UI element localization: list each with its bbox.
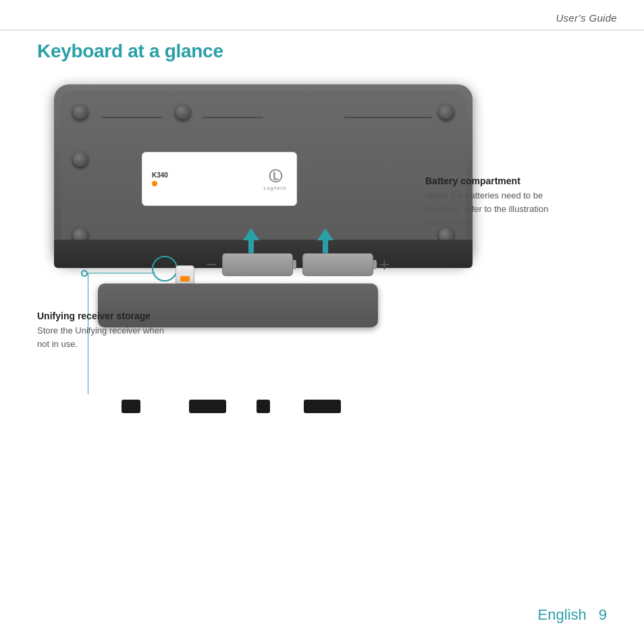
usb-stripe [180, 276, 190, 281]
page-title: Keyboard at a glance [37, 41, 223, 62]
header-divider [0, 30, 644, 30]
callout-line [88, 273, 155, 273]
rubber-foot-tr [439, 105, 454, 119]
orange-dot [152, 181, 157, 186]
battery-1 [222, 253, 293, 276]
slot-1 [122, 400, 140, 413]
rubber-foot-tl [73, 105, 88, 119]
slot-2 [257, 400, 270, 413]
footer: English 9 [538, 606, 607, 624]
header-title: User’s Guide [556, 12, 617, 24]
logitech-logo: Ⓛ Logitech [264, 167, 287, 190]
slot-battery-2 [304, 400, 341, 413]
callout-dot [81, 270, 88, 277]
receiver-annotation: Unifying receiver storage Store the Unif… [37, 311, 172, 350]
minus-sign: − [206, 254, 217, 275]
model-label: K340 [152, 171, 168, 186]
receiver-annotation-title: Unifying receiver storage [37, 311, 172, 321]
rubber-foot-tm [176, 105, 190, 119]
receiver-annotation-text: Store the Unifying receiver when not in … [37, 324, 172, 350]
arrow-head-1 [243, 228, 259, 240]
battery-annotation-text: When the batteries need to be changed, r… [425, 189, 560, 229]
footer-page-number: 9 [599, 606, 607, 624]
dash-line-2 [203, 117, 263, 118]
keyboard-body: K340 Ⓛ Logitech [54, 84, 473, 263]
battery-annotation-title: Battery compartment [425, 176, 560, 186]
logitech-icon: Ⓛ [269, 167, 282, 186]
battery-row: − + [206, 253, 390, 276]
keyboard-illustration: K340 Ⓛ Logitech [37, 84, 483, 341]
receiver-callout-circle [152, 256, 178, 281]
battery-2 [302, 253, 373, 276]
arrow-head-2 [317, 228, 333, 240]
model-number: K340 [152, 171, 168, 179]
dash-line-1 [101, 117, 162, 118]
dash-line-3 [344, 117, 432, 118]
logitech-text: Logitech [264, 186, 287, 190]
keyboard-inner: K340 Ⓛ Logitech [61, 91, 466, 257]
rubber-foot-ml [73, 152, 88, 167]
label-sticker: K340 Ⓛ Logitech [142, 152, 297, 206]
battery-annotation: Battery compartment When the batteries n… [425, 176, 560, 229]
footer-language: English [538, 606, 587, 624]
plus-sign: + [379, 254, 390, 275]
slot-battery-1 [189, 400, 226, 413]
